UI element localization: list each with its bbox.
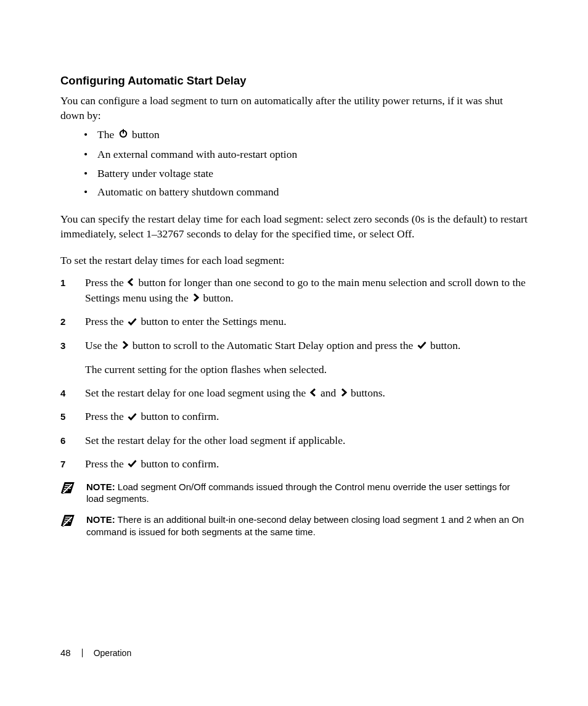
step-text: Use the xyxy=(85,339,120,351)
step-item: 1 Press the button for longer than one s… xyxy=(60,276,529,306)
page-number: 48 xyxy=(60,647,71,658)
bullet-item: Automatic on battery shutdown command xyxy=(71,185,529,200)
step-text: button. xyxy=(428,339,460,351)
body-paragraph: To set the restart delay times for each … xyxy=(60,253,529,268)
step-number: 4 xyxy=(60,387,76,400)
bullet-text-pre: The xyxy=(97,128,117,141)
step-text: buttons. xyxy=(348,387,385,399)
step-text: Press the xyxy=(85,458,126,470)
check-icon xyxy=(128,315,137,330)
step-item: 3 Use the button to scroll to the Automa… xyxy=(60,339,529,377)
intro-paragraph: You can configure a load segment to turn… xyxy=(60,94,529,123)
step-text: button for longer than one second to go … xyxy=(85,276,526,304)
note-label: NOTE: xyxy=(86,514,115,525)
note-block: NOTE: Load segment On/Off commands issue… xyxy=(60,481,529,506)
step-text: Set the restart delay for the other load… xyxy=(85,434,345,446)
check-icon xyxy=(128,457,137,472)
step-text: button. xyxy=(200,292,233,304)
step-item: 6 Set the restart delay for the other lo… xyxy=(60,433,529,448)
step-item: 7 Press the button to confirm. xyxy=(60,457,529,472)
step-number: 5 xyxy=(60,411,76,423)
note-text: NOTE: Load segment On/Off commands issue… xyxy=(86,481,529,506)
step-text: button to enter the Settings menu. xyxy=(138,315,287,327)
bullet-text-post: button xyxy=(132,128,160,141)
note-icon xyxy=(60,514,75,529)
step-text: Press the xyxy=(85,276,126,289)
page-footer: 48 Operation xyxy=(60,647,131,658)
note-body: Load segment On/Off commands issued thro… xyxy=(86,482,510,504)
step-number: 3 xyxy=(60,340,76,352)
step-number: 2 xyxy=(60,316,76,328)
step-subtext: The current setting for the option flash… xyxy=(85,363,529,377)
step-number: 6 xyxy=(60,435,76,447)
step-number: 1 xyxy=(60,277,76,289)
section-heading: Configuring Automatic Start Delay xyxy=(60,74,529,88)
bullet-list: The button An external command with auto… xyxy=(60,128,529,200)
step-item: 2 Press the button to enter the Settings… xyxy=(60,314,529,330)
check-icon xyxy=(417,339,427,353)
step-text: button to scroll to the Automatic Start … xyxy=(129,339,415,351)
step-item: 4 Set the restart delay for one load seg… xyxy=(60,386,529,401)
step-list: 1 Press the button for longer than one s… xyxy=(60,276,529,472)
bullet-item: The button xyxy=(71,128,529,143)
chapter-name: Operation xyxy=(94,648,131,658)
bullet-item: Battery under voltage state xyxy=(71,166,529,181)
chevron-left-icon xyxy=(128,276,134,290)
check-icon xyxy=(128,410,137,425)
step-number: 7 xyxy=(60,458,76,470)
chevron-right-icon xyxy=(192,291,199,306)
footer-separator xyxy=(82,649,83,657)
note-text: NOTE: There is an additional built-in on… xyxy=(86,514,529,538)
step-text: button to confirm. xyxy=(138,410,219,422)
chevron-right-icon xyxy=(121,339,128,353)
step-text: and xyxy=(318,387,339,399)
bullet-item: An external command with auto-restart op… xyxy=(71,147,529,162)
chevron-left-icon xyxy=(310,386,317,401)
step-text: Set the restart delay for one load segme… xyxy=(85,387,309,399)
note-body: There is an additional built-in one-seco… xyxy=(86,514,524,537)
chevron-right-icon xyxy=(340,386,347,401)
step-item: 5 Press the button to confirm. xyxy=(60,409,529,425)
body-paragraph: You can specify the restart delay time f… xyxy=(60,212,529,241)
power-icon xyxy=(118,128,128,142)
step-text: Press the xyxy=(85,410,126,422)
step-text: Press the xyxy=(85,315,126,327)
note-icon xyxy=(60,482,75,496)
step-text: button to confirm. xyxy=(138,458,219,470)
note-label: NOTE: xyxy=(86,482,115,492)
note-block: NOTE: There is an additional built-in on… xyxy=(60,514,529,538)
